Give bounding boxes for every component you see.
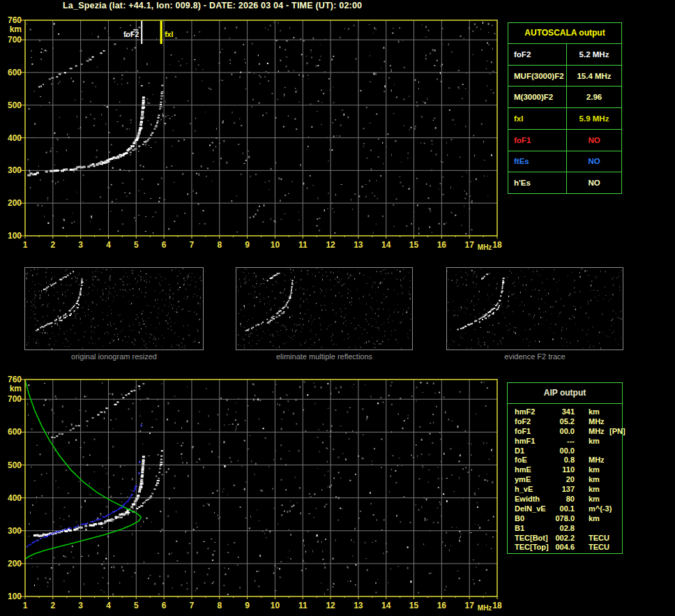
autoscala-row-label: h'Es xyxy=(508,172,567,193)
aip-row: foF205.2MHz xyxy=(515,417,622,427)
svg-text:2: 2 xyxy=(50,240,55,250)
autoscala-row: MUF(3000)F215.4 MHz xyxy=(508,66,621,87)
panel-trace-layer xyxy=(245,273,294,331)
autoscala-row-label: M(3000)F2 xyxy=(508,87,567,107)
bottom-ionogram-plot: 760700600500400300200100km12345678910111… xyxy=(0,359,506,616)
aip-row-unit: km xyxy=(589,485,609,495)
aip-row-unit: MHz xyxy=(589,417,609,427)
autoscala-row-label: ftEs xyxy=(508,151,567,172)
aip-row-note: [PN] xyxy=(609,427,625,437)
panel-eliminate-reflections xyxy=(236,267,413,350)
svg-text:17: 17 xyxy=(464,240,474,250)
aip-row-spacer xyxy=(575,504,589,514)
svg-text:11: 11 xyxy=(298,601,308,610)
svg-text:1: 1 xyxy=(23,240,28,250)
svg-text:400: 400 xyxy=(8,133,22,143)
svg-text:12: 12 xyxy=(326,240,335,250)
svg-text:16: 16 xyxy=(437,601,447,610)
aip-row-value: 00.0 xyxy=(551,446,575,456)
aip-row-note xyxy=(609,407,622,417)
svg-text:700: 700 xyxy=(8,394,22,404)
svg-text:6: 6 xyxy=(162,601,167,610)
svg-text:400: 400 xyxy=(8,493,22,503)
aip-row-unit: km xyxy=(589,495,609,504)
aip-row-note xyxy=(609,495,622,504)
svg-text:600: 600 xyxy=(8,68,22,77)
svg-text:fxI: fxI xyxy=(165,30,173,38)
aip-row-label: hmF2 xyxy=(515,407,551,417)
svg-text:16: 16 xyxy=(437,240,447,250)
autoscala-row: foF25.2 MHz xyxy=(508,44,621,66)
aip-row-note xyxy=(609,475,622,485)
aip-row-note xyxy=(609,437,622,446)
svg-text:9: 9 xyxy=(245,240,250,250)
aip-row-label: TEC[Bot] xyxy=(515,534,551,543)
autoscala-row: h'EsNO xyxy=(508,172,621,193)
marker-foF2: foF2 xyxy=(123,21,142,44)
aip-row-value: --- xyxy=(551,437,575,446)
aip-row-note xyxy=(609,456,622,465)
autoscala-row-label: foF1 xyxy=(508,130,567,151)
aip-row-unit xyxy=(589,446,609,456)
aip-row-unit: TECU xyxy=(589,534,609,543)
aip-row-spacer xyxy=(575,465,589,475)
aip-row-note xyxy=(609,446,622,456)
aip-row-note xyxy=(609,534,622,543)
autoscala-row-value: 5.9 MHz xyxy=(567,108,621,129)
grid-layer xyxy=(25,20,497,236)
svg-text:12: 12 xyxy=(326,601,335,610)
aip-row-label: D1 xyxy=(515,446,551,456)
aip-row-unit: m^(-3) xyxy=(589,504,609,514)
aip-row-spacer xyxy=(575,495,589,504)
svg-text:7: 7 xyxy=(190,240,195,250)
aip-row-unit: TECU xyxy=(589,543,609,553)
panel-evidence-f2-trace-image xyxy=(447,268,623,350)
autoscala-row-value: NO xyxy=(567,172,621,193)
aip-row-spacer xyxy=(575,514,589,524)
aip-row-label: B1 xyxy=(515,524,551,534)
svg-text:15: 15 xyxy=(409,601,419,610)
svg-text:10: 10 xyxy=(271,240,280,250)
aip-row-value: 02.8 xyxy=(551,524,575,534)
aip-row-unit: km xyxy=(589,407,609,417)
autoscala-row-label: foF2 xyxy=(508,44,567,65)
autoscala-row-label: fxI xyxy=(508,108,567,129)
aip-row-note xyxy=(609,543,622,553)
aip-row-value: 137 xyxy=(551,485,575,495)
panel-evidence-f2-trace xyxy=(446,267,623,350)
svg-text:13: 13 xyxy=(354,240,363,250)
aip-row: hmF1---km xyxy=(515,437,622,446)
aip-row: ymE20km xyxy=(515,475,622,485)
electron-density-profile-curve xyxy=(25,380,142,559)
aip-row-note xyxy=(609,485,622,495)
aip-row-value: 00.1 xyxy=(551,504,575,514)
aip-row: DelN_vE00.1m^(-3) xyxy=(515,504,622,514)
svg-text:18: 18 xyxy=(492,601,502,610)
aip-row-label: TEC[Top] xyxy=(515,543,551,553)
autoscala-row: M(3000)F22.96 xyxy=(508,87,621,108)
svg-text:760: 760 xyxy=(8,375,22,384)
autoscala-table-rows: foF25.2 MHzMUF(3000)F215.4 MHzM(3000)F22… xyxy=(508,44,621,193)
aip-row-unit: MHz xyxy=(589,427,609,437)
svg-text:5: 5 xyxy=(134,601,139,610)
aip-output-table: AIP output hmF2341kmfoF205.2MHzfoF100.0M… xyxy=(507,382,623,554)
aip-row-spacer xyxy=(575,524,589,534)
autoscala-screen: La_Spezia (lat: +44.1, lon: 009.8) - DAT… xyxy=(0,0,675,616)
aip-row-unit: MHz xyxy=(589,456,609,465)
svg-text:500: 500 xyxy=(8,100,22,110)
svg-text:11: 11 xyxy=(298,240,308,250)
aip-row-label: hmF1 xyxy=(515,437,551,446)
svg-text:300: 300 xyxy=(8,165,22,175)
aip-row-spacer xyxy=(575,534,589,543)
svg-text:7: 7 xyxy=(190,601,195,610)
aip-row-note xyxy=(609,504,622,514)
aip-row-label: foE xyxy=(515,456,551,465)
aip-row-value: 004.6 xyxy=(551,543,575,553)
aip-row-note xyxy=(609,514,622,524)
svg-text:18: 18 xyxy=(492,240,502,250)
svg-text:5: 5 xyxy=(134,240,139,250)
svg-text:6: 6 xyxy=(162,240,167,250)
aip-row-value: 05.2 xyxy=(551,417,575,427)
aip-row-spacer xyxy=(575,417,589,427)
aip-row-value: 110 xyxy=(551,465,575,475)
